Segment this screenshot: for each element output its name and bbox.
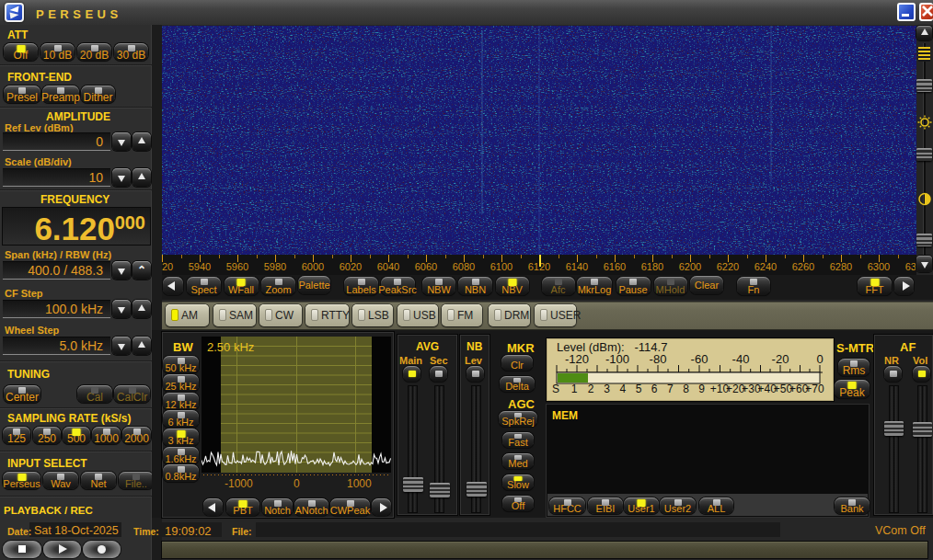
svg-text:7: 7	[667, 383, 674, 395]
svg-text:-120: -120	[565, 352, 589, 366]
svg-text:5: 5	[636, 383, 642, 395]
svg-text:1: 1	[571, 383, 578, 395]
svg-text:9: 9	[698, 383, 705, 395]
svg-text:+70: +70	[805, 383, 824, 395]
svg-text:6: 6	[651, 383, 658, 395]
svg-text:2: 2	[588, 383, 594, 395]
svg-text:8: 8	[683, 383, 689, 395]
svg-text:3: 3	[604, 383, 610, 395]
svg-text:-60: -60	[691, 352, 708, 366]
svg-text:-40: -40	[732, 352, 750, 366]
svg-text:-20: -20	[772, 352, 789, 366]
svg-text:-80: -80	[650, 352, 667, 366]
svg-text:-100: -100	[605, 352, 629, 366]
svg-text:S: S	[552, 383, 559, 395]
svg-text:0: 0	[816, 352, 823, 366]
svg-text:4: 4	[620, 383, 627, 395]
